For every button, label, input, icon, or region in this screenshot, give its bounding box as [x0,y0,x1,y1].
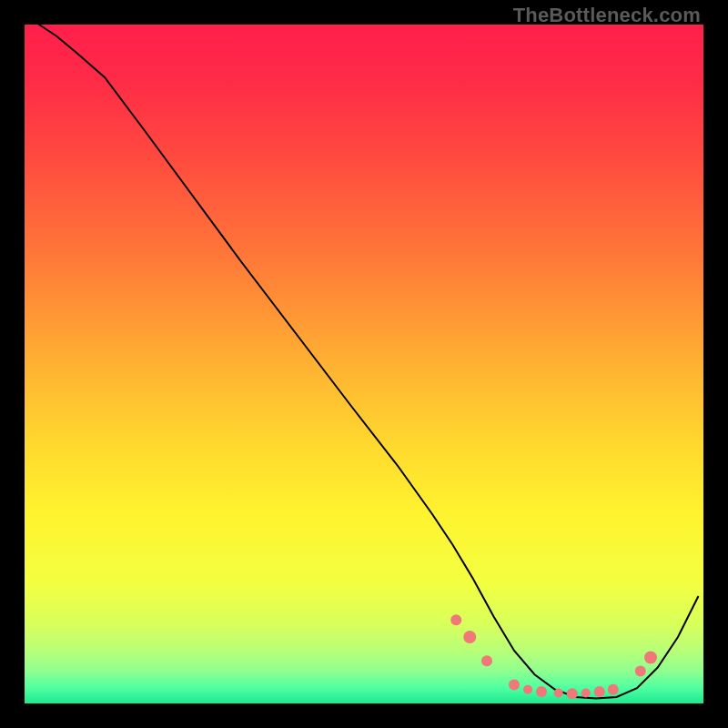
highlight-dot [635,666,646,677]
highlight-dot [608,684,619,695]
highlight-dot [450,614,461,625]
highlight-dot [523,685,532,694]
highlight-dot [554,688,563,697]
highlight-dot [581,688,591,697]
highlight-dot [644,652,657,664]
highlight-dot [536,686,547,697]
chart-frame [23,23,705,705]
chart-svg [23,23,705,705]
bottleneck-curve [36,23,699,699]
highlight-dot [567,688,578,699]
highlight-dot [509,680,520,691]
highlight-dot [481,655,492,666]
highlight-dot [463,631,476,643]
highlight-dots [450,614,657,699]
highlight-dot [594,686,605,697]
